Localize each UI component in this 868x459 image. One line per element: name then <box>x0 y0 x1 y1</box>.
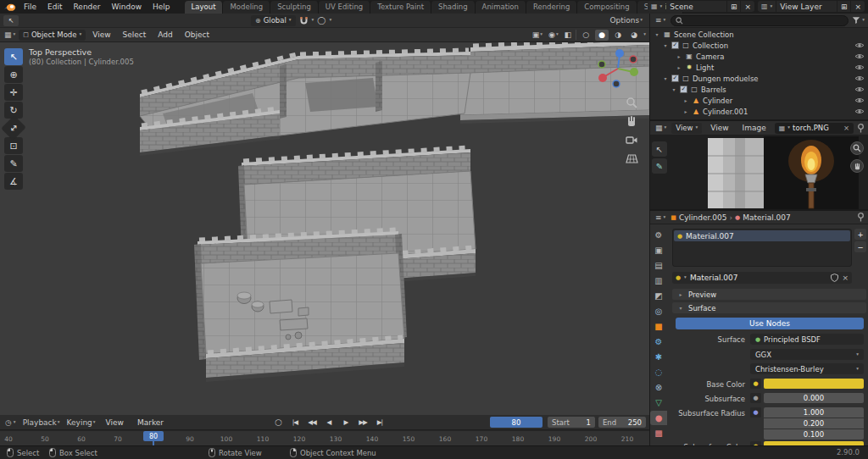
shading-rendered-button[interactable]: ◕ <box>627 30 641 41</box>
scene-unlink-button[interactable]: × <box>741 1 754 12</box>
outliner-row-light[interactable]: ▸ ✹ Light <box>650 62 868 73</box>
tab-shading[interactable]: Shading <box>431 1 476 14</box>
material-slot-list[interactable]: ● Material.007 <box>672 229 852 267</box>
shading-solid-button[interactable]: ● <box>595 30 609 41</box>
subsurface-method-dropdown[interactable]: Christensen-Burley▾ <box>750 363 864 374</box>
viewport-menu-object[interactable]: Object <box>180 28 214 41</box>
view-layer-name-field[interactable]: View Layer <box>776 1 837 12</box>
tab-layout[interactable]: Layout <box>185 1 224 14</box>
snap-options-dropdown[interactable]: ▾ <box>312 18 314 23</box>
tool-transform[interactable]: ⊡ <box>4 137 23 154</box>
surface-panel-header[interactable]: ▾Surface <box>672 302 866 313</box>
pan-hand-icon[interactable] <box>624 113 639 129</box>
eye-icon[interactable] <box>854 41 865 49</box>
material-slot-row[interactable]: ● Material.007 <box>674 230 850 241</box>
overlays-dropdown[interactable]: ◉▾ <box>547 30 560 39</box>
tab-object-data[interactable]: ▽ <box>650 395 667 410</box>
tool-annotate[interactable]: ✎ <box>4 155 23 172</box>
radius-z-field[interactable]: 0.100 <box>764 429 864 440</box>
play-reverse-button[interactable]: ◀ <box>320 417 337 428</box>
disclosure-icon[interactable]: ▸ <box>682 108 689 114</box>
collection-checkbox[interactable]: ✓ <box>671 41 679 49</box>
outliner-row-scene-collection[interactable]: ▾ ▦ Scene Collection <box>650 29 868 40</box>
navigation-gizmo[interactable] <box>595 46 641 91</box>
tab-material[interactable]: ● <box>650 411 667 425</box>
use-nodes-button[interactable]: Use Nodes <box>676 318 864 329</box>
tab-rendering[interactable]: Rendering <box>526 1 577 14</box>
eye-icon[interactable] <box>854 53 865 60</box>
radius-y-field[interactable]: 0.200 <box>764 418 864 429</box>
blender-logo-icon[interactable] <box>3 3 16 12</box>
disclosure-icon[interactable]: ▸ <box>676 64 682 70</box>
mode-dropdown[interactable]: □Object Mode▾ <box>19 30 86 41</box>
image-pan-hand-icon[interactable] <box>850 159 864 173</box>
jump-to-start-button[interactable]: |◀ <box>287 417 303 428</box>
outliner-item-label[interactable]: Camera <box>696 53 724 61</box>
tab-uv-editing[interactable]: UV Editing <box>319 1 370 14</box>
breadcrumb-object[interactable]: Cylinder.005 <box>679 213 726 222</box>
tab-animation[interactable]: Animation <box>476 1 526 14</box>
image-editor-canvas[interactable] <box>650 135 868 210</box>
base-color-socket-button[interactable]: ● <box>750 379 761 389</box>
tab-sculpting[interactable]: Sculpting <box>270 1 319 14</box>
image-datablock-field[interactable]: ▦ ▾ torch.PNG × <box>775 123 854 134</box>
collection-checkbox[interactable]: ✓ <box>680 86 687 93</box>
menu-window[interactable]: Window <box>107 0 147 14</box>
subsurface-socket-button[interactable]: ● <box>750 393 761 403</box>
tab-object[interactable]: ■ <box>650 319 667 334</box>
timeline-menu-view[interactable]: View <box>101 416 129 429</box>
snap-magnet-icon[interactable] <box>299 16 309 25</box>
tab-constraints[interactable]: ⊗ <box>650 380 667 395</box>
outliner-item-label[interactable]: Barrels <box>701 86 726 94</box>
tab-particles[interactable]: ✱ <box>650 350 667 364</box>
tab-tool[interactable]: ⚙ <box>650 228 667 242</box>
outliner-row-cylinder-001[interactable]: ▸ ▲ Cylinder.001 <box>650 106 868 117</box>
view-layer-browse-button[interactable]: ▥▾ <box>758 1 776 12</box>
view-layer-new-button[interactable]: ⊞ <box>837 1 851 12</box>
viewport-menu-add[interactable]: Add <box>153 28 177 41</box>
remove-slot-button[interactable]: − <box>854 241 866 252</box>
disclosure-icon[interactable]: ▸ <box>676 53 682 59</box>
tab-output[interactable]: ▤ <box>650 258 667 273</box>
dungeon-bottom-room[interactable] <box>194 230 407 382</box>
gizmos-dropdown[interactable]: ▣▾ <box>531 30 544 39</box>
tool-cursor[interactable]: ⊕ <box>4 66 23 83</box>
image-sample-tool[interactable]: ↖ <box>652 141 667 157</box>
disclosure-icon[interactable]: ▾ <box>662 75 669 81</box>
scene-name-field[interactable]: Scene <box>666 1 726 12</box>
dungeon-upper-rooms[interactable] <box>140 50 470 156</box>
shading-options-dropdown[interactable]: ▾ <box>643 32 646 37</box>
scene-new-button[interactable]: ⊞ <box>727 1 741 12</box>
image-menu-image[interactable]: Image <box>737 121 771 135</box>
view-layer-unlink-button[interactable]: × <box>851 1 865 12</box>
timeline-menu-marker[interactable]: Marker <box>132 416 169 429</box>
auto-key-toggle[interactable]: ◯ <box>270 417 287 428</box>
eye-icon[interactable] <box>854 64 865 71</box>
add-slot-button[interactable]: + <box>854 229 866 240</box>
viewport-menu-view[interactable]: View <box>87 28 115 41</box>
tab-texture-paint[interactable]: Texture Paint <box>370 1 431 14</box>
disclosure-icon[interactable]: ▾ <box>654 31 660 37</box>
menu-render[interactable]: Render <box>69 0 106 14</box>
image-annotate-tool[interactable]: ✎ <box>652 158 667 174</box>
outliner-row-camera[interactable]: ▸ ▣ Camera <box>650 51 868 62</box>
tab-render[interactable]: ▣ <box>650 243 667 257</box>
outliner-row-collection[interactable]: ▾ ✓ □ Collection <box>650 40 868 51</box>
shading-wireframe-button[interactable]: ○ <box>579 30 593 41</box>
menu-edit[interactable]: Edit <box>42 0 67 14</box>
pin-icon[interactable] <box>857 213 865 222</box>
outliner-search-box[interactable] <box>670 15 849 26</box>
fake-user-shield-icon[interactable] <box>831 274 838 282</box>
tool-move[interactable]: ✛ <box>4 84 23 101</box>
outliner-item-label[interactable]: Cylinder <box>703 97 732 105</box>
tab-modifiers[interactable]: ⚙ <box>650 335 667 349</box>
image-zoom-icon[interactable] <box>850 141 864 155</box>
eye-icon[interactable] <box>854 108 865 115</box>
outliner-item-label[interactable]: Cylinder.001 <box>703 108 748 116</box>
collection-checkbox[interactable]: ✓ <box>671 75 679 82</box>
tool-select-box[interactable]: ↖ <box>4 48 23 65</box>
image-menu-view[interactable]: View <box>705 121 733 135</box>
playhead-frame-chip[interactable]: 80 <box>143 431 164 441</box>
eye-icon[interactable] <box>854 97 865 104</box>
camera-view-icon[interactable] <box>624 132 639 147</box>
